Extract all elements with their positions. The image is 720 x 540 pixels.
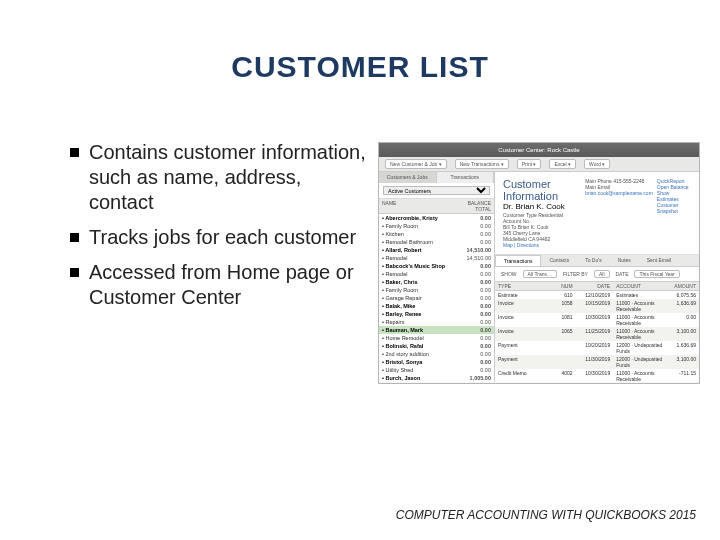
toolbar-new-transaction[interactable]: New Transactions ▾	[455, 159, 509, 169]
customer-row[interactable]: • Balak, Mike0.00	[379, 302, 494, 310]
active-customers-select[interactable]: Active Customers	[383, 186, 490, 195]
customer-row[interactable]: • Allard, Robert14,510.00	[379, 246, 494, 254]
customer-row[interactable]: • Kitchen0.00	[379, 230, 494, 238]
estimates-link[interactable]: Show Estimates	[657, 190, 691, 202]
toolbar-print[interactable]: Print ▾	[517, 159, 542, 169]
tab-transactions[interactable]: Transactions	[437, 172, 495, 183]
customer-row[interactable]: • Baker, Chris0.00	[379, 278, 494, 286]
col-balance: BALANCE TOTAL	[454, 199, 494, 213]
customer-row[interactable]: • Remodel0.00	[379, 270, 494, 278]
transaction-row[interactable]: Invoice105810/15/201911000 · Accounts Re…	[495, 299, 699, 313]
show-filter[interactable]: All Trans…	[523, 270, 557, 278]
transaction-table: Estimate61012/10/2019Estimates6,075.56In…	[495, 291, 699, 384]
bullet-text: Contains customer information, such as n…	[89, 140, 370, 215]
tab-notes[interactable]: Notes	[610, 255, 639, 266]
date-filter[interactable]: This Fiscal Year	[634, 270, 679, 278]
customer-row[interactable]: • Utility Shed0.00	[379, 366, 494, 374]
bullet-icon	[70, 268, 79, 277]
customer-row[interactable]: • 2nd story addition0.00	[379, 350, 494, 358]
customer-row[interactable]: • Bristol, Sonya0.00	[379, 358, 494, 366]
customer-row[interactable]: • Remodel Bathroom0.00	[379, 238, 494, 246]
customer-row[interactable]: • Barley, Renee0.00	[379, 310, 494, 318]
transaction-row[interactable]: Invoice106511/25/201911000 · Accounts Re…	[495, 327, 699, 341]
panel-heading: Customer Information	[503, 178, 581, 202]
window-title: Customer Center: Rock Castle	[379, 143, 699, 157]
customer-row[interactable]: • Home Remodel0.00	[379, 334, 494, 342]
tab-todos[interactable]: To Do's	[577, 255, 610, 266]
bullet-icon	[70, 148, 79, 157]
transaction-row[interactable]: Invoice108110/30/201911000 · Accounts Re…	[495, 313, 699, 327]
bullet-icon	[70, 233, 79, 242]
bullet-text: Tracks jobs for each customer	[89, 225, 356, 250]
customer-row[interactable]: • Family Room0.00	[379, 222, 494, 230]
tab-transactions[interactable]: Transactions	[495, 255, 541, 266]
transaction-row[interactable]: Credit Memo400210/30/201911000 · Account…	[495, 369, 699, 383]
col-name: NAME	[379, 199, 454, 213]
toolbar-new-customer[interactable]: New Customer & Job ▾	[385, 159, 447, 169]
snapshot-link[interactable]: Customer Snapshot	[657, 202, 691, 214]
tab-contacts[interactable]: Contacts	[541, 255, 577, 266]
customer-row[interactable]: • Garage Repair0.00	[379, 294, 494, 302]
transaction-row[interactable]: Payment4102212/05/201912000 · Undeposite…	[495, 383, 699, 384]
customer-row[interactable]: • Remodel14,510.00	[379, 254, 494, 262]
customer-row[interactable]: • Babcock's Music Shop0.00	[379, 262, 494, 270]
customer-name: Dr. Brian K. Cook	[503, 202, 581, 211]
filterby-filter[interactable]: All	[594, 270, 610, 278]
transaction-row[interactable]: Payment10/20/201912000 · Undeposited Fun…	[495, 341, 699, 355]
transaction-row[interactable]: Estimate61012/10/2019Estimates6,075.56	[495, 291, 699, 299]
customer-detail-pane: Customer Information Dr. Brian K. Cook C…	[495, 172, 699, 382]
customer-row[interactable]: • Family Room0.00	[379, 286, 494, 294]
bullet-text: Accessed from Home page or Customer Cent…	[89, 260, 370, 310]
customer-row[interactable]: • Abercrombie, Kristy0.00	[379, 214, 494, 222]
customer-row[interactable]: • Repairs0.00	[379, 318, 494, 326]
customer-row[interactable]: • Bauman, Mark0.00	[379, 326, 494, 334]
toolbar-word[interactable]: Word ▾	[584, 159, 610, 169]
customers-sidebar: Customers & Jobs Transactions Active Cus…	[379, 172, 495, 382]
transaction-row[interactable]: Payment11/30/201912000 · Undeposited Fun…	[495, 355, 699, 369]
app-toolbar: New Customer & Job ▾ New Transactions ▾ …	[379, 157, 699, 172]
map-link[interactable]: Map | Directions	[503, 242, 581, 248]
screenshot-customer-center: Customer Center: Rock Castle New Custome…	[378, 142, 700, 384]
customer-row[interactable]: • Burch, Jason1,005.00	[379, 374, 494, 382]
slide-title: CUSTOMER LIST	[0, 50, 720, 84]
customer-row[interactable]: • Bolinski, Rafal0.00	[379, 342, 494, 350]
tab-customers-jobs[interactable]: Customers & Jobs	[379, 172, 437, 183]
bullet-list: Contains customer information, such as n…	[70, 140, 370, 320]
tab-sent-email[interactable]: Sent Email	[639, 255, 679, 266]
slide-footer: COMPUTER ACCOUNTING WITH QUICKBOOKS 2015	[396, 508, 696, 522]
toolbar-excel[interactable]: Excel ▾	[549, 159, 576, 169]
